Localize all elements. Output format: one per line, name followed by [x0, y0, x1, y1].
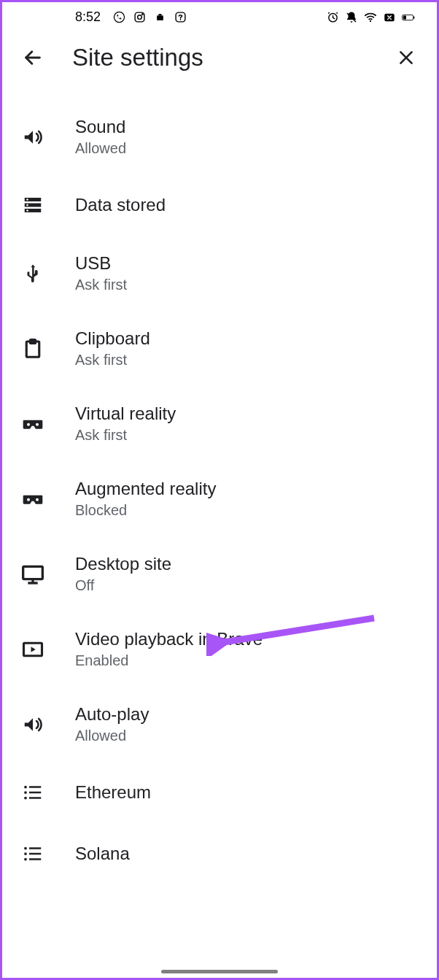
setting-subtitle: Ask first: [75, 352, 150, 369]
alarm-icon: [326, 11, 339, 24]
status-time: 8:52: [75, 9, 101, 25]
svg-rect-41: [29, 853, 41, 855]
app-icon: [153, 11, 166, 24]
autoplay-icon: [20, 711, 46, 738]
setting-usb[interactable]: USB Ask first: [2, 236, 437, 311]
setting-title: Desktop site: [75, 554, 171, 574]
svg-rect-43: [29, 858, 41, 860]
setting-subtitle: Enabled: [75, 652, 263, 669]
svg-point-2: [137, 15, 141, 20]
setting-virtual-reality[interactable]: Virtual reality Ask first: [2, 386, 437, 461]
svg-point-27: [36, 498, 39, 501]
back-button[interactable]: [20, 45, 46, 71]
setting-ethereum[interactable]: Ethereum: [2, 762, 437, 823]
svg-rect-33: [29, 786, 41, 788]
setting-title: Ethereum: [75, 782, 151, 803]
setting-subtitle: Ask first: [75, 427, 176, 444]
setting-subtitle: Blocked: [75, 502, 216, 519]
setting-subtitle: Allowed: [75, 728, 149, 744]
setting-solana[interactable]: Solana: [2, 823, 437, 884]
setting-desktop-site[interactable]: Desktop site Off: [2, 536, 437, 611]
svg-rect-23: [30, 339, 36, 343]
settings-list: Sound Allowed Data stored USB Ask first …: [2, 85, 437, 884]
setting-clipboard[interactable]: Clipboard Ask first: [2, 311, 437, 386]
setting-augmented-reality[interactable]: Augmented reality Blocked: [2, 461, 437, 536]
vr-icon: [20, 411, 46, 437]
video-icon: [20, 636, 46, 663]
setting-title: Solana: [75, 844, 130, 864]
svg-point-26: [27, 498, 30, 501]
svg-rect-39: [29, 847, 41, 849]
sound-icon: [20, 124, 46, 150]
setting-video-playback[interactable]: Video playback in Brave Enabled: [2, 611, 437, 687]
usb-icon: [20, 261, 46, 287]
svg-point-20: [26, 204, 28, 207]
status-bar: 8:52: [2, 2, 437, 31]
svg-rect-5: [158, 14, 161, 15]
desktop-icon: [20, 561, 46, 587]
svg-point-36: [24, 797, 27, 800]
clipboard-icon: [20, 336, 46, 362]
setting-title: Augmented reality: [75, 479, 216, 499]
setting-title: Clipboard: [75, 328, 150, 349]
setting-title: USB: [75, 253, 127, 274]
instagram-icon: [133, 11, 146, 24]
mobile-data-off-icon: [383, 11, 396, 24]
page-title: Site settings: [72, 44, 203, 72]
svg-point-34: [24, 791, 27, 794]
close-button[interactable]: [393, 45, 419, 71]
svg-rect-28: [23, 566, 43, 579]
svg-point-3: [141, 14, 142, 15]
svg-rect-35: [29, 792, 41, 794]
svg-point-19: [26, 198, 28, 201]
ar-icon: [20, 486, 46, 512]
setting-sound[interactable]: Sound Allowed: [2, 99, 437, 174]
svg-point-42: [24, 858, 27, 861]
setting-subtitle: Off: [75, 577, 171, 594]
bell-off-icon: [345, 11, 358, 24]
battery-icon: [402, 11, 415, 24]
svg-rect-37: [29, 797, 41, 799]
svg-rect-4: [157, 15, 163, 20]
svg-point-32: [24, 786, 27, 789]
setting-title: Video playback in Brave: [75, 629, 263, 649]
svg-rect-12: [413, 16, 414, 19]
setting-subtitle: Allowed: [75, 140, 126, 157]
app-icon-2: [174, 11, 187, 24]
setting-subtitle: Ask first: [75, 277, 127, 293]
header: Site settings: [2, 31, 437, 85]
svg-point-24: [27, 423, 30, 425]
svg-point-0: [114, 12, 124, 22]
home-indicator[interactable]: [161, 970, 278, 973]
svg-point-40: [24, 852, 27, 855]
svg-point-25: [36, 423, 39, 425]
setting-title: Auto-play: [75, 704, 149, 725]
setting-auto-play[interactable]: Auto-play Allowed: [2, 687, 437, 762]
wifi-icon: [364, 11, 377, 24]
setting-title: Virtual reality: [75, 404, 176, 424]
svg-point-38: [24, 847, 27, 850]
whatsapp-icon: [112, 11, 125, 24]
svg-rect-11: [403, 15, 406, 19]
list-icon: [20, 841, 46, 867]
setting-title: Sound: [75, 117, 126, 137]
svg-point-21: [26, 209, 28, 212]
setting-data-stored[interactable]: Data stored: [2, 174, 437, 236]
setting-title: Data stored: [75, 195, 166, 215]
storage-icon: [20, 192, 46, 218]
list-icon: [20, 779, 46, 806]
